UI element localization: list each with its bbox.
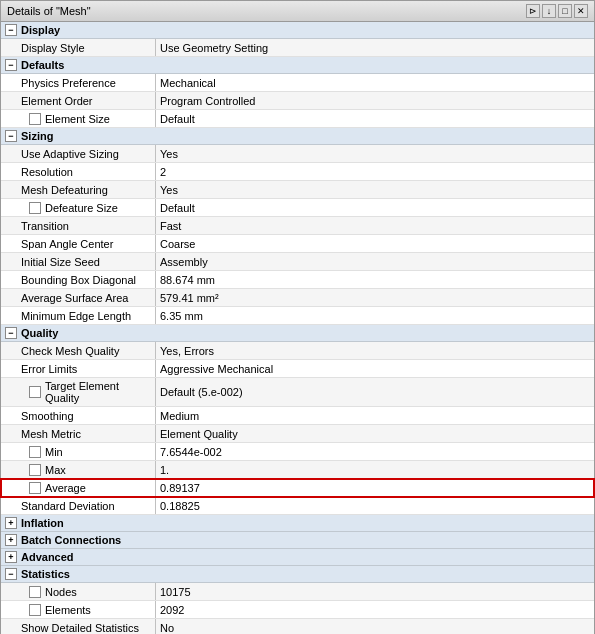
minimize-icon[interactable]: ↓ [542, 4, 556, 18]
value-show-detailed-statistics: No [156, 619, 594, 634]
checkbox-nodes[interactable] [29, 586, 41, 598]
section-statistics-toggle[interactable]: − [5, 568, 17, 580]
value-average: 0.89137 [156, 479, 594, 496]
label-min-edge-length: Minimum Edge Length [1, 307, 156, 324]
value-elements: 2092 [156, 601, 594, 618]
label-check-mesh-quality: Check Mesh Quality [1, 342, 156, 359]
value-transition: Fast [156, 217, 594, 234]
checkbox-defeature-size[interactable] [29, 202, 41, 214]
section-display: − Display [1, 22, 594, 39]
label-mesh-metric: Mesh Metric [1, 425, 156, 442]
section-batch-connections-label: Batch Connections [21, 534, 121, 546]
row-resolution: Resolution 2 [1, 163, 594, 181]
section-display-toggle[interactable]: − [5, 24, 17, 36]
section-sizing-toggle[interactable]: − [5, 130, 17, 142]
value-resolution: 2 [156, 163, 594, 180]
section-batch-connections: + Batch Connections [1, 532, 594, 549]
section-quality: − Quality [1, 325, 594, 342]
label-show-detailed-statistics: Show Detailed Statistics [1, 619, 156, 634]
label-initial-size-seed: Initial Size Seed [1, 253, 156, 270]
section-inflation-toggle[interactable]: + [5, 517, 17, 529]
section-inflation: + Inflation [1, 515, 594, 532]
section-display-label: Display [21, 24, 60, 36]
value-check-mesh-quality: Yes, Errors [156, 342, 594, 359]
value-physics-preference: Mechanical [156, 74, 594, 91]
checkbox-target-element-quality[interactable] [29, 386, 41, 398]
section-quality-toggle[interactable]: − [5, 327, 17, 339]
checkbox-min[interactable] [29, 446, 41, 458]
row-min-edge-length: Minimum Edge Length 6.35 mm [1, 307, 594, 325]
value-nodes: 10175 [156, 583, 594, 600]
value-adaptive-sizing: Yes [156, 145, 594, 162]
checkbox-average[interactable] [29, 482, 41, 494]
row-avg-surface-area: Average Surface Area 579.41 mm² [1, 289, 594, 307]
row-elements: Elements 2092 [1, 601, 594, 619]
value-element-size: Default [156, 110, 594, 127]
value-mesh-metric: Element Quality [156, 425, 594, 442]
section-advanced-toggle[interactable]: + [5, 551, 17, 563]
label-std-deviation: Standard Deviation [1, 497, 156, 514]
row-min: Min 7.6544e-002 [1, 443, 594, 461]
value-min: 7.6544e-002 [156, 443, 594, 460]
label-span-angle-center: Span Angle Center [1, 235, 156, 252]
close-icon[interactable]: ✕ [574, 4, 588, 18]
value-avg-surface-area: 579.41 mm² [156, 289, 594, 306]
checkbox-max[interactable] [29, 464, 41, 476]
title-icon-group: ⊳ ↓ □ ✕ [526, 4, 588, 18]
value-bounding-box: 88.674 mm [156, 271, 594, 288]
label-nodes: Nodes [1, 583, 156, 600]
value-element-order: Program Controlled [156, 92, 594, 109]
section-statistics-label: Statistics [21, 568, 70, 580]
section-sizing: − Sizing [1, 128, 594, 145]
restore-icon[interactable]: □ [558, 4, 572, 18]
row-error-limits: Error Limits Aggressive Mechanical [1, 360, 594, 378]
label-resolution: Resolution [1, 163, 156, 180]
row-show-detailed-statistics: Show Detailed Statistics No [1, 619, 594, 634]
pin-icon[interactable]: ⊳ [526, 4, 540, 18]
row-transition: Transition Fast [1, 217, 594, 235]
row-span-angle-center: Span Angle Center Coarse [1, 235, 594, 253]
panel-title: Details of "Mesh" [7, 5, 91, 17]
label-elements: Elements [1, 601, 156, 618]
row-target-element-quality: Target Element Quality Default (5.e-002) [1, 378, 594, 407]
value-defeature-size: Default [156, 199, 594, 216]
label-transition: Transition [1, 217, 156, 234]
value-initial-size-seed: Assembly [156, 253, 594, 270]
label-physics-preference: Physics Preference [1, 74, 156, 91]
row-smoothing: Smoothing Medium [1, 407, 594, 425]
section-defaults: − Defaults [1, 57, 594, 74]
checkbox-element-size[interactable] [29, 113, 41, 125]
section-statistics: − Statistics [1, 566, 594, 583]
label-max: Max [1, 461, 156, 478]
checkbox-elements[interactable] [29, 604, 41, 616]
row-defeature-size: Defeature Size Default [1, 199, 594, 217]
section-sizing-label: Sizing [21, 130, 53, 142]
section-inflation-label: Inflation [21, 517, 64, 529]
value-smoothing: Medium [156, 407, 594, 424]
label-element-order: Element Order [1, 92, 156, 109]
label-min: Min [1, 443, 156, 460]
row-initial-size-seed: Initial Size Seed Assembly [1, 253, 594, 271]
label-avg-surface-area: Average Surface Area [1, 289, 156, 306]
details-panel: Details of "Mesh" ⊳ ↓ □ ✕ − Display Disp… [0, 0, 595, 634]
row-element-size: Element Size Default [1, 110, 594, 128]
label-mesh-defeaturing: Mesh Defeaturing [1, 181, 156, 198]
value-error-limits: Aggressive Mechanical [156, 360, 594, 377]
row-element-order: Element Order Program Controlled [1, 92, 594, 110]
section-batch-connections-toggle[interactable]: + [5, 534, 17, 546]
value-target-element-quality: Default (5.e-002) [156, 378, 594, 406]
row-physics-preference: Physics Preference Mechanical [1, 74, 594, 92]
value-mesh-defeaturing: Yes [156, 181, 594, 198]
label-bounding-box: Bounding Box Diagonal [1, 271, 156, 288]
section-defaults-toggle[interactable]: − [5, 59, 17, 71]
label-error-limits: Error Limits [1, 360, 156, 377]
row-nodes: Nodes 10175 [1, 583, 594, 601]
value-min-edge-length: 6.35 mm [156, 307, 594, 324]
label-adaptive-sizing: Use Adaptive Sizing [1, 145, 156, 162]
value-max: 1. [156, 461, 594, 478]
value-span-angle-center: Coarse [156, 235, 594, 252]
row-mesh-defeaturing: Mesh Defeaturing Yes [1, 181, 594, 199]
section-advanced-label: Advanced [21, 551, 74, 563]
label-element-size: Element Size [1, 110, 156, 127]
row-adaptive-sizing: Use Adaptive Sizing Yes [1, 145, 594, 163]
